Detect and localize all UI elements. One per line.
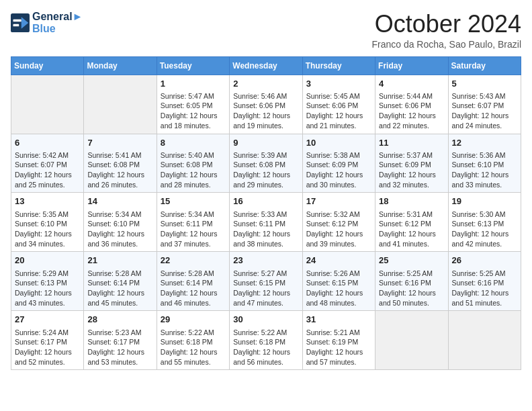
sunset-text: Sunset: 6:16 PM [452,278,517,288]
daylight-text: Daylight: 12 hours and 21 minutes. [306,111,371,130]
calendar-cell: 22Sunrise: 5:28 AMSunset: 6:14 PMDayligh… [157,252,229,311]
logo-text: General► Blue [32,11,83,35]
calendar-cell: 16Sunrise: 5:33 AMSunset: 6:11 PMDayligh… [230,193,302,252]
day-number: 10 [306,137,371,149]
sunset-text: Sunset: 6:19 PM [306,337,371,347]
daylight-text: Daylight: 12 hours and 51 minutes. [452,288,517,308]
calendar-cell: 1Sunrise: 5:47 AMSunset: 6:05 PMDaylight… [157,75,229,134]
day-number: 11 [379,137,444,149]
sunset-text: Sunset: 6:06 PM [233,101,298,111]
day-number: 6 [15,137,80,149]
sunset-text: Sunset: 6:06 PM [379,101,444,111]
sunset-text: Sunset: 6:13 PM [452,219,517,229]
sunrise-text: Sunrise: 5:22 AM [161,328,226,338]
daylight-text: Daylight: 12 hours and 22 minutes. [379,111,444,130]
days-of-week-header: SundayMondayTuesdayWednesdayThursdayFrid… [11,56,521,75]
sunrise-text: Sunrise: 5:22 AM [233,328,298,338]
daylight-text: Daylight: 12 hours and 26 minutes. [87,170,152,189]
daylight-text: Daylight: 12 hours and 50 minutes. [379,288,444,308]
daylight-text: Daylight: 12 hours and 43 minutes. [15,288,80,308]
day-number: 19 [452,195,517,208]
logo: General► Blue [11,11,83,35]
day-number: 23 [233,255,298,267]
day-number: 26 [452,255,517,267]
calendar-cell [11,75,84,134]
daylight-text: Daylight: 12 hours and 47 minutes. [233,288,298,308]
day-number: 21 [87,255,152,267]
daylight-text: Daylight: 12 hours and 38 minutes. [233,229,298,248]
calendar-cell: 25Sunrise: 5:25 AMSunset: 6:16 PMDayligh… [375,252,448,311]
page-header: General► Blue October 2024 Franco da Roc… [11,11,521,50]
calendar-cell [375,311,448,370]
daylight-text: Daylight: 12 hours and 53 minutes. [87,347,152,367]
daylight-text: Daylight: 12 hours and 30 minutes. [306,170,371,189]
daylight-text: Daylight: 12 hours and 56 minutes. [233,347,298,367]
day-number: 1 [161,78,226,90]
daylight-text: Daylight: 12 hours and 57 minutes. [306,347,371,367]
day-number: 4 [379,78,444,90]
sunrise-text: Sunrise: 5:42 AM [15,150,80,161]
svg-rect-2 [13,19,21,22]
daylight-text: Daylight: 12 hours and 42 minutes. [452,229,517,248]
calendar-cell: 8Sunrise: 5:40 AMSunset: 6:08 PMDaylight… [157,134,229,193]
calendar-cell: 12Sunrise: 5:36 AMSunset: 6:10 PMDayligh… [448,134,521,193]
sunrise-text: Sunrise: 5:46 AM [233,91,298,101]
day-number: 17 [306,195,371,208]
calendar-week-5: 27Sunrise: 5:24 AMSunset: 6:17 PMDayligh… [11,311,521,370]
daylight-text: Daylight: 12 hours and 36 minutes. [87,229,152,248]
sunset-text: Sunset: 6:08 PM [87,160,152,170]
sunrise-text: Sunrise: 5:24 AM [15,328,80,338]
sunset-text: Sunset: 6:17 PM [15,337,80,347]
daylight-text: Daylight: 12 hours and 45 minutes. [87,288,152,308]
day-number: 30 [233,314,298,326]
daylight-text: Daylight: 12 hours and 55 minutes. [161,347,226,367]
sunset-text: Sunset: 6:11 PM [233,219,298,229]
calendar-cell: 28Sunrise: 5:23 AMSunset: 6:17 PMDayligh… [84,311,157,370]
dow-saturday: Saturday [448,56,521,75]
day-number: 2 [233,78,298,90]
logo-icon [11,13,30,32]
day-number: 20 [15,255,80,267]
sunset-text: Sunset: 6:09 PM [379,160,444,170]
sunset-text: Sunset: 6:13 PM [15,278,80,288]
calendar-cell: 20Sunrise: 5:29 AMSunset: 6:13 PMDayligh… [11,252,84,311]
calendar-cell: 27Sunrise: 5:24 AMSunset: 6:17 PMDayligh… [11,311,84,370]
sunrise-text: Sunrise: 5:44 AM [379,91,444,101]
sunset-text: Sunset: 6:10 PM [87,219,152,229]
calendar-week-3: 13Sunrise: 5:35 AMSunset: 6:10 PMDayligh… [11,193,521,252]
day-number: 14 [87,195,152,208]
daylight-text: Daylight: 12 hours and 39 minutes. [306,229,371,248]
sunrise-text: Sunrise: 5:30 AM [452,210,517,220]
calendar-body: 1Sunrise: 5:47 AMSunset: 6:05 PMDaylight… [11,75,521,370]
sunset-text: Sunset: 6:05 PM [161,101,226,111]
sunset-text: Sunset: 6:12 PM [379,219,444,229]
dow-sunday: Sunday [11,56,84,75]
calendar-cell: 2Sunrise: 5:46 AMSunset: 6:06 PMDaylight… [230,75,302,134]
day-number: 8 [161,137,226,149]
sunset-text: Sunset: 6:17 PM [87,337,152,347]
sunset-text: Sunset: 6:18 PM [161,337,226,347]
day-number: 22 [161,255,226,267]
sunrise-text: Sunrise: 5:27 AM [233,269,298,279]
sunset-text: Sunset: 6:07 PM [452,101,517,111]
month-title: October 2024 [371,11,521,38]
sunrise-text: Sunrise: 5:28 AM [87,269,152,279]
calendar-cell: 23Sunrise: 5:27 AMSunset: 6:15 PMDayligh… [230,252,302,311]
sunrise-text: Sunrise: 5:34 AM [161,210,226,220]
dow-tuesday: Tuesday [157,56,229,75]
sunrise-text: Sunrise: 5:43 AM [452,91,517,101]
sunset-text: Sunset: 6:07 PM [15,160,80,170]
sunset-text: Sunset: 6:08 PM [161,160,226,170]
sunset-text: Sunset: 6:15 PM [306,278,371,288]
sunset-text: Sunset: 6:08 PM [233,160,298,170]
sunset-text: Sunset: 6:16 PM [379,278,444,288]
location: Franco da Rocha, Sao Paulo, Brazil [371,39,521,50]
sunset-text: Sunset: 6:09 PM [306,160,371,170]
calendar-cell: 21Sunrise: 5:28 AMSunset: 6:14 PMDayligh… [84,252,157,311]
day-number: 29 [161,314,226,326]
daylight-text: Daylight: 12 hours and 46 minutes. [161,288,226,308]
calendar-cell: 31Sunrise: 5:21 AMSunset: 6:19 PMDayligh… [302,311,375,370]
calendar-cell: 17Sunrise: 5:32 AMSunset: 6:12 PMDayligh… [302,193,375,252]
day-number: 12 [452,137,517,149]
sunrise-text: Sunrise: 5:25 AM [452,269,517,279]
